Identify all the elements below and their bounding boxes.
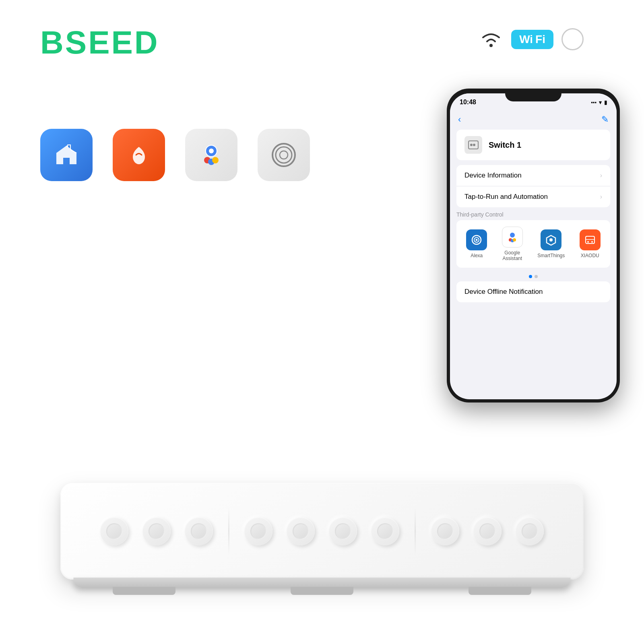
switch-group-3 <box>431 517 544 545</box>
svg-point-15 <box>476 239 478 241</box>
device-name-label: Switch 1 <box>489 140 602 150</box>
device-information-menu-item[interactable]: Device Information › <box>456 165 610 186</box>
status-time: 10:48 <box>460 99 476 106</box>
switch-button-3-1[interactable] <box>431 517 459 545</box>
svg-point-6 <box>209 149 214 153</box>
smartthings-service-label: SmartThings <box>537 253 565 258</box>
xiaodu-service-label: XIAODU <box>581 253 599 258</box>
phone-notch <box>505 89 561 101</box>
chevron-right-icon: › <box>600 172 602 179</box>
google-assistant-icon <box>185 129 237 181</box>
svg-point-19 <box>513 238 516 242</box>
switch-button-2-3[interactable] <box>329 517 357 545</box>
signal-icon: ▪▪▪ <box>591 99 597 105</box>
switch-panel-container <box>60 483 584 580</box>
offline-notification-label: Device Offline Notification <box>464 288 543 296</box>
svg-point-23 <box>587 241 589 243</box>
edit-button[interactable]: ✎ <box>601 114 609 125</box>
svg-point-12 <box>473 144 475 146</box>
wifi-area: Wi Fi <box>479 28 584 50</box>
switch-button-2-2[interactable] <box>287 517 315 545</box>
wifi-status-icon: ▾ <box>599 99 602 105</box>
switch-button-1-1[interactable] <box>100 517 128 545</box>
svg-point-20 <box>549 238 553 242</box>
dot-1 <box>529 275 532 278</box>
offline-notification-item[interactable]: Device Offline Notification <box>456 281 610 302</box>
svg-point-5 <box>212 157 219 163</box>
google-assistant-service-label: GoogleAssistant <box>502 250 522 261</box>
alexa-tp-item[interactable]: Alexa <box>466 229 487 258</box>
dot-2 <box>535 275 538 278</box>
wifi-badge: Wi Fi <box>511 30 553 49</box>
svg-point-16 <box>510 233 515 237</box>
alexa-icon <box>258 129 310 181</box>
smartthings-tp-item[interactable]: SmartThings <box>537 229 565 258</box>
chevron-right-icon-2: › <box>600 193 602 200</box>
smartthings-service-icon <box>541 229 561 250</box>
svg-point-9 <box>280 151 288 159</box>
back-button[interactable]: ‹ <box>458 114 461 125</box>
device-header: Switch 1 <box>456 130 610 160</box>
switch-panel <box>60 483 584 580</box>
tap-to-run-menu-item[interactable]: Tap-to-Run and Automation › <box>456 186 610 207</box>
panel-foot-right <box>469 587 531 595</box>
switch-button-2-1[interactable] <box>244 517 272 545</box>
phone-mockup: 10:48 ▪▪▪ ▾ ▮ ‹ ✎ <box>447 89 620 402</box>
xiaodu-tp-item[interactable]: XIAODU <box>580 229 601 258</box>
third-party-icons-row: Alexa GoogleAssistant <box>463 227 604 261</box>
panel-base <box>74 578 571 588</box>
device-small-icon <box>464 136 482 154</box>
offline-section: Device Offline Notification <box>456 281 610 302</box>
switch-button-1-2[interactable] <box>142 517 171 545</box>
xiaodu-service-icon <box>580 229 601 250</box>
svg-point-0 <box>489 44 493 47</box>
google-assistant-tp-item[interactable]: GoogleAssistant <box>502 227 523 261</box>
switch-button-2-4[interactable] <box>371 517 399 545</box>
phone-nav-bar: ‹ ✎ <box>450 111 617 130</box>
svg-point-8 <box>276 147 292 163</box>
svg-rect-21 <box>586 236 594 244</box>
switch-button-3-3[interactable] <box>516 517 544 545</box>
phone-screen: 10:48 ▪▪▪ ▾ ▮ ‹ ✎ <box>450 93 617 399</box>
alexa-service-icon <box>466 229 487 250</box>
switch-divider-1 <box>228 507 229 555</box>
phone-body: 10:48 ▪▪▪ ▾ ▮ ‹ ✎ <box>447 89 620 402</box>
svg-point-11 <box>470 144 473 146</box>
third-party-section-label: Third-party Control <box>456 211 610 218</box>
google-assistant-service-icon <box>502 227 523 248</box>
switch-button-1-3[interactable] <box>185 517 213 545</box>
carousel-dots <box>450 272 617 281</box>
switch-group-1 <box>100 517 213 545</box>
wifi-signal-icon <box>479 29 503 50</box>
brand-logo: BSEED <box>40 24 159 61</box>
alexa-service-label: Alexa <box>471 253 483 258</box>
device-information-label: Device Information <box>464 171 522 180</box>
switch-button-3-2[interactable] <box>473 517 502 545</box>
svg-point-24 <box>591 241 593 243</box>
battery-icon: ▮ <box>604 99 607 105</box>
panel-foot-left <box>113 587 175 595</box>
status-icons: ▪▪▪ ▾ ▮ <box>591 99 607 105</box>
app-icons-row <box>40 129 310 181</box>
switch-divider-2 <box>415 507 416 555</box>
switch-group-2 <box>244 517 399 545</box>
panel-foot-center <box>291 587 353 595</box>
third-party-section: Alexa GoogleAssistant <box>456 220 610 268</box>
tuya-icon <box>113 129 165 181</box>
menu-section: Device Information › Tap-to-Run and Auto… <box>456 165 610 207</box>
tap-to-run-label: Tap-to-Run and Automation <box>464 193 548 201</box>
wifi-circle-icon <box>561 28 584 50</box>
homekit-icon <box>40 129 93 181</box>
